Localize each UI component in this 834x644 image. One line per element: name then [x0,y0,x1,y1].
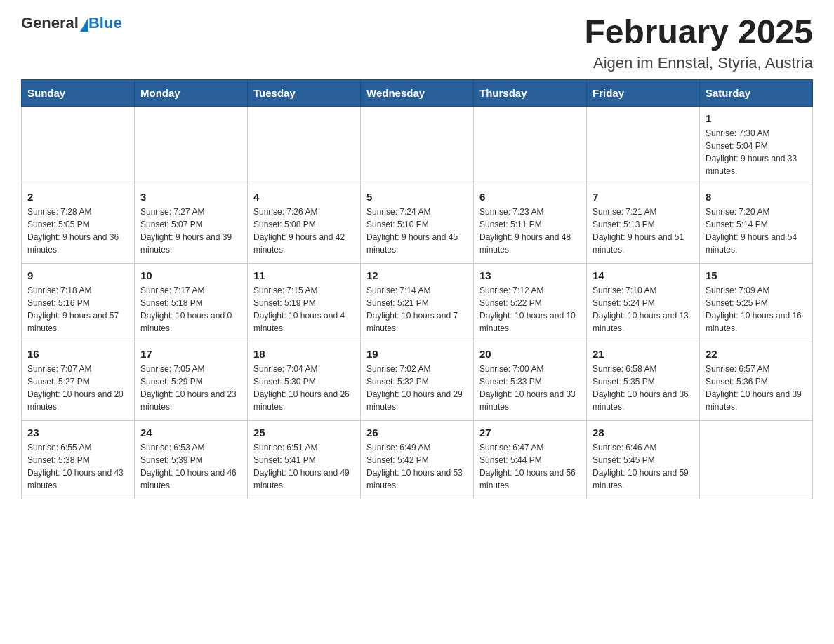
day-cell: 4Sunrise: 7:26 AMSunset: 5:08 PMDaylight… [248,185,361,263]
day-cell: 14Sunrise: 7:10 AMSunset: 5:24 PMDayligh… [587,263,700,342]
day-cell [135,106,248,185]
day-cell [474,106,587,185]
day-number: 2 [27,191,128,203]
day-number: 7 [593,191,694,203]
day-cell: 22Sunrise: 6:57 AMSunset: 5:36 PMDayligh… [700,342,813,420]
week-row-5: 23Sunrise: 6:55 AMSunset: 5:38 PMDayligh… [22,420,813,499]
col-thursday: Thursday [474,79,587,106]
title-block: February 2025 Aigen im Ennstal, Styria, … [584,14,813,72]
logo-triangle-icon [80,18,88,32]
day-number: 22 [706,348,807,360]
day-number: 9 [27,269,128,281]
day-number: 19 [366,348,468,360]
week-row-4: 16Sunrise: 7:07 AMSunset: 5:27 PMDayligh… [22,342,813,420]
day-cell: 7Sunrise: 7:21 AMSunset: 5:13 PMDaylight… [587,185,700,263]
day-info: Sunrise: 7:26 AMSunset: 5:08 PMDaylight:… [253,206,355,256]
day-cell [361,106,474,185]
day-number: 16 [27,348,128,360]
calendar-header: Sunday Monday Tuesday Wednesday Thursday… [22,79,813,106]
day-info: Sunrise: 6:46 AMSunset: 5:45 PMDaylight:… [593,441,694,492]
day-info: Sunrise: 6:55 AMSunset: 5:38 PMDaylight:… [27,441,128,492]
day-info: Sunrise: 6:58 AMSunset: 5:35 PMDaylight:… [593,363,694,413]
calendar-title: February 2025 [584,14,813,51]
day-info: Sunrise: 7:17 AMSunset: 5:18 PMDaylight:… [140,284,241,335]
day-info: Sunrise: 7:00 AMSunset: 5:33 PMDaylight:… [479,363,581,413]
day-info: Sunrise: 6:47 AMSunset: 5:44 PMDaylight:… [479,441,581,492]
day-info: Sunrise: 7:12 AMSunset: 5:22 PMDaylight:… [479,284,581,335]
day-header-row: Sunday Monday Tuesday Wednesday Thursday… [22,79,813,106]
col-friday: Friday [587,79,700,106]
day-info: Sunrise: 7:23 AMSunset: 5:11 PMDaylight:… [479,206,581,256]
page-header: General Blue February 2025 Aigen im Enns… [21,14,813,72]
day-info: Sunrise: 6:49 AMSunset: 5:42 PMDaylight:… [366,441,468,492]
day-cell: 21Sunrise: 6:58 AMSunset: 5:35 PMDayligh… [587,342,700,420]
day-cell: 12Sunrise: 7:14 AMSunset: 5:21 PMDayligh… [361,263,474,342]
day-cell: 26Sunrise: 6:49 AMSunset: 5:42 PMDayligh… [361,420,474,499]
day-info: Sunrise: 7:24 AMSunset: 5:10 PMDaylight:… [366,206,468,256]
col-saturday: Saturday [700,79,813,106]
logo-text-blue: Blue [88,14,122,32]
day-number: 26 [366,427,468,438]
day-number: 14 [593,269,694,281]
day-number: 17 [140,348,241,360]
day-cell: 9Sunrise: 7:18 AMSunset: 5:16 PMDaylight… [22,263,135,342]
day-cell: 3Sunrise: 7:27 AMSunset: 5:07 PMDaylight… [135,185,248,263]
day-number: 28 [593,427,694,438]
day-info: Sunrise: 7:04 AMSunset: 5:30 PMDaylight:… [253,363,355,413]
day-cell: 15Sunrise: 7:09 AMSunset: 5:25 PMDayligh… [700,263,813,342]
day-info: Sunrise: 7:28 AMSunset: 5:05 PMDaylight:… [27,206,128,256]
day-number: 18 [253,348,355,360]
day-info: Sunrise: 6:53 AMSunset: 5:39 PMDaylight:… [140,441,241,492]
day-info: Sunrise: 7:05 AMSunset: 5:29 PMDaylight:… [140,363,241,413]
col-tuesday: Tuesday [248,79,361,106]
day-number: 6 [479,191,581,203]
day-cell: 23Sunrise: 6:55 AMSunset: 5:38 PMDayligh… [22,420,135,499]
day-cell: 8Sunrise: 7:20 AMSunset: 5:14 PMDaylight… [700,185,813,263]
day-info: Sunrise: 7:14 AMSunset: 5:21 PMDaylight:… [366,284,468,335]
day-info: Sunrise: 7:07 AMSunset: 5:27 PMDaylight:… [27,363,128,413]
day-cell [587,106,700,185]
day-number: 12 [366,269,468,281]
day-number: 3 [140,191,241,203]
day-cell: 17Sunrise: 7:05 AMSunset: 5:29 PMDayligh… [135,342,248,420]
day-cell: 28Sunrise: 6:46 AMSunset: 5:45 PMDayligh… [587,420,700,499]
day-number: 1 [706,112,807,124]
day-number: 8 [706,191,807,203]
day-number: 21 [593,348,694,360]
day-number: 25 [253,427,355,438]
day-info: Sunrise: 7:15 AMSunset: 5:19 PMDaylight:… [253,284,355,335]
day-info: Sunrise: 7:27 AMSunset: 5:07 PMDaylight:… [140,206,241,256]
day-number: 27 [479,427,581,438]
day-number: 24 [140,427,241,438]
day-number: 10 [140,269,241,281]
day-number: 15 [706,269,807,281]
day-number: 4 [253,191,355,203]
day-info: Sunrise: 7:09 AMSunset: 5:25 PMDaylight:… [706,284,807,335]
day-cell [700,420,813,499]
week-row-3: 9Sunrise: 7:18 AMSunset: 5:16 PMDaylight… [22,263,813,342]
day-info: Sunrise: 7:02 AMSunset: 5:32 PMDaylight:… [366,363,468,413]
day-info: Sunrise: 7:21 AMSunset: 5:13 PMDaylight:… [593,206,694,256]
day-cell: 5Sunrise: 7:24 AMSunset: 5:10 PMDaylight… [361,185,474,263]
day-cell: 16Sunrise: 7:07 AMSunset: 5:27 PMDayligh… [22,342,135,420]
day-cell: 19Sunrise: 7:02 AMSunset: 5:32 PMDayligh… [361,342,474,420]
day-number: 11 [253,269,355,281]
logo-text-general: General [21,14,79,32]
calendar-table: Sunday Monday Tuesday Wednesday Thursday… [21,79,813,499]
day-cell: 24Sunrise: 6:53 AMSunset: 5:39 PMDayligh… [135,420,248,499]
day-cell: 27Sunrise: 6:47 AMSunset: 5:44 PMDayligh… [474,420,587,499]
col-monday: Monday [135,79,248,106]
day-cell: 20Sunrise: 7:00 AMSunset: 5:33 PMDayligh… [474,342,587,420]
day-cell: 1Sunrise: 7:30 AMSunset: 5:04 PMDaylight… [700,106,813,185]
day-info: Sunrise: 7:18 AMSunset: 5:16 PMDaylight:… [27,284,128,335]
day-cell: 11Sunrise: 7:15 AMSunset: 5:19 PMDayligh… [248,263,361,342]
day-info: Sunrise: 7:30 AMSunset: 5:04 PMDaylight:… [706,127,807,177]
week-row-2: 2Sunrise: 7:28 AMSunset: 5:05 PMDaylight… [22,185,813,263]
day-number: 23 [27,427,128,438]
day-cell: 18Sunrise: 7:04 AMSunset: 5:30 PMDayligh… [248,342,361,420]
day-cell: 2Sunrise: 7:28 AMSunset: 5:05 PMDaylight… [22,185,135,263]
day-cell: 10Sunrise: 7:17 AMSunset: 5:18 PMDayligh… [135,263,248,342]
day-cell [22,106,135,185]
calendar-body: 1Sunrise: 7:30 AMSunset: 5:04 PMDaylight… [22,106,813,499]
col-sunday: Sunday [22,79,135,106]
